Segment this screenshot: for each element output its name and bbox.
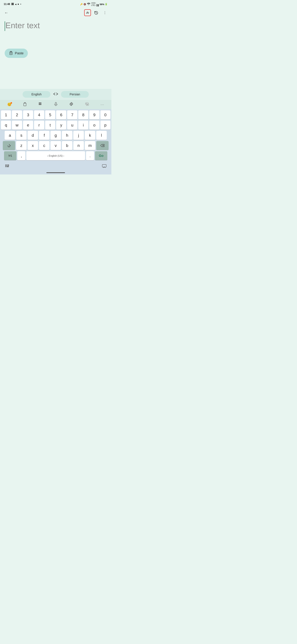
- key-r[interactable]: r: [34, 120, 44, 130]
- svg-rect-29: [5, 166, 6, 167]
- nav-pill: [46, 172, 65, 173]
- history-button[interactable]: [93, 9, 100, 16]
- emoji-button[interactable]: 😊: [6, 102, 13, 108]
- key-2[interactable]: 2: [12, 110, 22, 119]
- numpad-button[interactable]: [37, 101, 44, 108]
- key-g[interactable]: g: [50, 131, 61, 140]
- key-6[interactable]: 6: [56, 110, 66, 119]
- key-o[interactable]: o: [89, 120, 99, 130]
- text-cursor-line: Enter text: [5, 21, 107, 31]
- navigation-indicator: [0, 171, 111, 174]
- go-key[interactable]: Go: [95, 151, 107, 160]
- keyboard-grid-icon: [5, 164, 9, 168]
- period-key[interactable]: .: [86, 151, 94, 160]
- shift-icon: [7, 144, 11, 148]
- key-b[interactable]: b: [62, 141, 72, 150]
- key-3[interactable]: 3: [23, 110, 33, 119]
- svg-rect-16: [55, 102, 56, 104]
- backspace-key[interactable]: [96, 141, 109, 150]
- key-y[interactable]: y: [56, 120, 66, 130]
- bottom-bar: [0, 162, 111, 171]
- zxcv-row: z x c v b n m: [1, 141, 110, 150]
- key-c[interactable]: c: [39, 141, 49, 150]
- edit-button[interactable]: [84, 9, 91, 16]
- top-bar: ← ⋮: [0, 8, 111, 18]
- text-placeholder: Enter text: [5, 21, 40, 30]
- status-bar: 11:48 🖼 ◂ ● • 🔑 🔇 VOD↑LTE1 ▐▐ 58% 🔋: [0, 0, 111, 8]
- svg-rect-13: [40, 102, 41, 104]
- key-9[interactable]: 9: [89, 110, 99, 119]
- english-language-button[interactable]: English: [22, 91, 50, 98]
- svg-rect-26: [5, 166, 6, 166]
- key-7[interactable]: 7: [67, 110, 77, 119]
- key-q[interactable]: q: [1, 120, 11, 130]
- keyboard: 1 2 3 4 5 6 7 8 9 0 q w e r t y u i o p …: [0, 109, 111, 162]
- key-5[interactable]: 5: [45, 110, 55, 119]
- backspace-icon: [100, 144, 105, 147]
- clipboard-toolbar-button[interactable]: [21, 101, 28, 108]
- key-z[interactable]: z: [16, 141, 27, 150]
- key-p[interactable]: p: [100, 120, 110, 130]
- key-h[interactable]: h: [62, 131, 72, 140]
- key-8[interactable]: 8: [78, 110, 88, 119]
- svg-line-1: [87, 12, 88, 14]
- keyboard-grid-button[interactable]: [4, 163, 10, 170]
- back-button[interactable]: ←: [3, 9, 9, 16]
- qwerty-row: q w e r t y u i o p: [1, 120, 110, 130]
- image-icon: 🖼: [11, 3, 14, 6]
- symbols-key[interactable]: !#1: [4, 151, 16, 160]
- svg-rect-14: [39, 104, 40, 105]
- translate-button[interactable]: A あ: [83, 101, 91, 108]
- key-s[interactable]: s: [16, 131, 27, 140]
- text-input-area[interactable]: Enter text: [0, 18, 111, 46]
- top-bar-right: ⋮: [84, 9, 108, 16]
- number-row: 1 2 3 4 5 6 7 8 9 0: [1, 110, 110, 119]
- key-d[interactable]: d: [27, 131, 38, 140]
- paste-button[interactable]: Paste: [5, 48, 28, 58]
- svg-rect-30: [6, 166, 9, 167]
- clipboard-icon: [9, 51, 13, 55]
- more-toolbar-button[interactable]: ···: [99, 102, 106, 108]
- key-0[interactable]: 0: [100, 110, 110, 119]
- key-v[interactable]: v: [50, 141, 61, 150]
- key-n[interactable]: n: [73, 141, 84, 150]
- key-f[interactable]: f: [39, 131, 49, 140]
- space-key[interactable]: ‹ English (US) ›: [26, 151, 85, 160]
- period-label: .: [89, 154, 90, 158]
- keyboard-hide-icon: [102, 164, 106, 168]
- persian-language-button[interactable]: Persian: [61, 91, 89, 98]
- svg-rect-24: [6, 164, 7, 165]
- svg-rect-10: [24, 103, 26, 106]
- more-options-button[interactable]: ⋮: [101, 9, 108, 16]
- key-x[interactable]: x: [27, 141, 38, 150]
- key-a[interactable]: a: [5, 131, 15, 140]
- comma-key[interactable]: ,: [17, 151, 25, 160]
- top-bar-left: ←: [3, 9, 9, 16]
- key-i[interactable]: i: [78, 120, 88, 130]
- english-label: English: [31, 92, 42, 96]
- key-l[interactable]: l: [96, 131, 107, 140]
- key-icon: 🔑: [80, 3, 83, 6]
- key-e[interactable]: e: [23, 120, 33, 130]
- time-display: 11:48: [4, 3, 10, 6]
- key-t[interactable]: t: [45, 120, 55, 130]
- status-right: 🔑 🔇 VOD↑LTE1 ▐▐ 58% 🔋: [80, 2, 108, 6]
- key-m[interactable]: m: [85, 141, 95, 150]
- key-1[interactable]: 1: [1, 110, 11, 119]
- key-w[interactable]: w: [12, 120, 22, 130]
- key-j[interactable]: j: [73, 131, 84, 140]
- key-4[interactable]: 4: [34, 110, 44, 119]
- microphone-button[interactable]: [52, 101, 59, 108]
- svg-rect-15: [40, 104, 41, 105]
- settings-button[interactable]: [68, 101, 75, 108]
- shift-key[interactable]: [3, 141, 15, 150]
- persian-label: Persian: [70, 92, 80, 96]
- status-left: 11:48 🖼 ◂ ● •: [4, 3, 21, 6]
- key-k[interactable]: k: [85, 131, 95, 140]
- key-u[interactable]: u: [67, 120, 77, 130]
- svg-rect-7: [10, 51, 11, 52]
- keyboard-hide-button[interactable]: [101, 163, 108, 170]
- translate-icon: A あ: [85, 102, 89, 106]
- paste-label: Paste: [15, 51, 23, 55]
- svg-rect-6: [10, 52, 12, 55]
